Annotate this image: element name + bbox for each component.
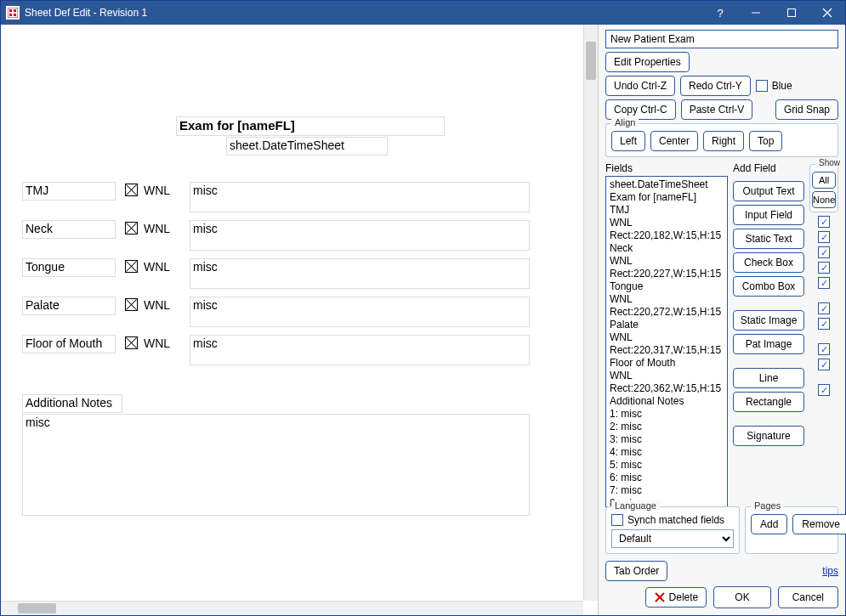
add-static-text-button[interactable]: Static Text (733, 229, 804, 249)
row-misc[interactable]: misc (190, 258, 530, 289)
show-static-text-check[interactable] (818, 246, 830, 258)
fields-list-item[interactable]: 6: misc (610, 472, 724, 484)
align-right-button[interactable]: Right (703, 131, 744, 151)
maximize-button[interactable] (774, 1, 809, 25)
fields-list-item[interactable]: WNL (610, 331, 724, 344)
row-wnl[interactable]: WNL (140, 220, 173, 239)
row-checkbox[interactable] (125, 260, 138, 273)
show-check-box-check[interactable] (818, 262, 830, 274)
row-checkbox[interactable] (125, 222, 138, 235)
add-combo-box-button[interactable]: Combo Box (733, 276, 804, 297)
row-wnl[interactable]: WNL (140, 335, 173, 353)
help-button[interactable]: ? (702, 1, 738, 25)
fields-list-item[interactable]: 2: misc (610, 421, 724, 433)
paste-button[interactable]: Paste Ctrl-V (681, 99, 753, 120)
fields-list-item[interactable]: Tongue (610, 280, 724, 293)
minimize-button[interactable] (738, 1, 774, 25)
row-misc[interactable]: misc (190, 220, 530, 251)
row-wnl[interactable]: WNL (140, 297, 173, 315)
add-rectangle-button[interactable]: Rectangle (733, 392, 804, 412)
body: Exam for [nameFL] sheet.DateTimeSheet TM… (1, 25, 845, 615)
close-button[interactable] (809, 1, 845, 25)
add-input-field-button[interactable]: Input Field (733, 205, 804, 225)
tab-order-button[interactable]: Tab Order (605, 561, 667, 581)
fields-list-item[interactable]: 7: misc (610, 484, 724, 497)
vertical-scrollbar[interactable] (583, 25, 598, 601)
fields-list-item[interactable]: Additional Notes (610, 395, 724, 408)
fields-list-item[interactable]: sheet.DateTimeSheet (610, 178, 724, 191)
exam-title-field[interactable]: Exam for [nameFL] (176, 116, 445, 136)
add-static-image-button[interactable]: Static Image (733, 310, 804, 331)
row-misc[interactable]: misc (190, 182, 530, 212)
fields-list-item[interactable]: Rect:220,317,W:15,H:15 (610, 344, 724, 357)
fields-list-item[interactable]: 3: misc (610, 433, 724, 446)
additional-notes-label[interactable]: Additional Notes (22, 394, 122, 413)
row-wnl[interactable]: WNL (140, 258, 173, 277)
fields-list-item[interactable]: 5: misc (610, 459, 724, 472)
fields-list-item[interactable]: 1: misc (610, 408, 724, 421)
fields-list-item[interactable]: Neck (610, 242, 724, 255)
fields-list-item[interactable]: Rect:220,227,W:15,H:15 (610, 268, 724, 280)
ok-button[interactable]: OK (713, 586, 770, 608)
row-label[interactable]: Tongue (22, 258, 116, 277)
fields-list[interactable]: sheet.DateTimeSheetExam for [nameFL]TMJW… (605, 176, 728, 507)
fields-list-item[interactable]: Palate (610, 319, 724, 331)
add-signature-button[interactable]: Signature (733, 426, 804, 446)
fields-list-item[interactable]: WNL (610, 217, 724, 229)
language-select[interactable]: Default (611, 529, 734, 548)
fields-list-item[interactable]: Rect:220,362,W:15,H:15 (610, 382, 724, 395)
row-checkbox[interactable] (125, 336, 138, 349)
page-remove-button[interactable]: Remove (792, 514, 846, 534)
show-pat-image-check[interactable] (818, 318, 830, 330)
page-add-button[interactable]: Add (751, 514, 787, 534)
add-check-box-button[interactable]: Check Box (733, 252, 804, 273)
fields-list-item[interactable]: 4: misc (610, 446, 724, 459)
grid-snap-button[interactable]: Grid Snap (775, 99, 838, 120)
fields-list-item[interactable]: Floor of Mouth (610, 357, 724, 370)
sheet-canvas[interactable]: Exam for [nameFL] sheet.DateTimeSheet TM… (1, 25, 582, 600)
show-combo-box-check[interactable] (818, 277, 830, 289)
blue-checkbox[interactable]: Blue (756, 80, 792, 92)
show-none-button[interactable]: None (812, 191, 836, 208)
fields-list-item[interactable]: WNL (610, 293, 724, 306)
show-input-field-check[interactable] (818, 231, 830, 243)
align-top-button[interactable]: Top (749, 131, 782, 151)
fields-list-item[interactable]: TMJ (610, 204, 724, 217)
show-output-text-check[interactable] (818, 216, 830, 228)
tips-link[interactable]: tips (822, 565, 838, 577)
row-checkbox[interactable] (125, 298, 138, 311)
add-output-text-button[interactable]: Output Text (733, 181, 804, 201)
align-center-button[interactable]: Center (650, 131, 698, 151)
date-field[interactable]: sheet.DateTimeSheet (226, 137, 388, 155)
align-left-button[interactable]: Left (611, 131, 645, 151)
row-label[interactable]: Palate (22, 297, 116, 315)
row-wnl[interactable]: WNL (140, 182, 173, 201)
row-misc[interactable]: misc (190, 335, 530, 365)
show-all-button[interactable]: All (812, 172, 836, 189)
show-line-check[interactable] (818, 343, 830, 355)
additional-notes-field[interactable]: misc (22, 414, 530, 516)
show-rectangle-check[interactable] (818, 359, 830, 370)
fields-list-item[interactable]: WNL (610, 370, 724, 382)
add-line-button[interactable]: Line (733, 368, 804, 388)
show-signature-check[interactable] (818, 384, 830, 396)
fields-list-item[interactable]: Exam for [nameFL] (610, 191, 724, 204)
cancel-button[interactable]: Cancel (778, 586, 838, 608)
redo-button[interactable]: Redo Ctrl-Y (680, 76, 751, 96)
fields-list-item[interactable]: WNL (610, 255, 724, 268)
row-misc[interactable]: misc (190, 297, 530, 327)
add-pat-image-button[interactable]: Pat Image (733, 334, 804, 354)
row-label[interactable]: Floor of Mouth (22, 335, 116, 353)
sheet-name-input[interactable] (605, 30, 838, 48)
show-static-image-check[interactable] (818, 302, 830, 314)
fields-list-item[interactable]: Rect:220,272,W:15,H:15 (610, 306, 724, 319)
horizontal-scrollbar[interactable] (1, 601, 583, 615)
row-label[interactable]: Neck (22, 220, 116, 239)
synch-checkbox[interactable]: Synch matched fields (611, 514, 724, 526)
undo-button[interactable]: Undo Ctrl-Z (605, 76, 675, 96)
delete-button[interactable]: Delete (645, 587, 707, 608)
row-label[interactable]: TMJ (22, 182, 116, 201)
row-checkbox[interactable] (125, 184, 138, 196)
fields-list-item[interactable]: Rect:220,182,W:15,H:15 (610, 229, 724, 242)
edit-properties-button[interactable]: Edit Properties (605, 52, 690, 72)
